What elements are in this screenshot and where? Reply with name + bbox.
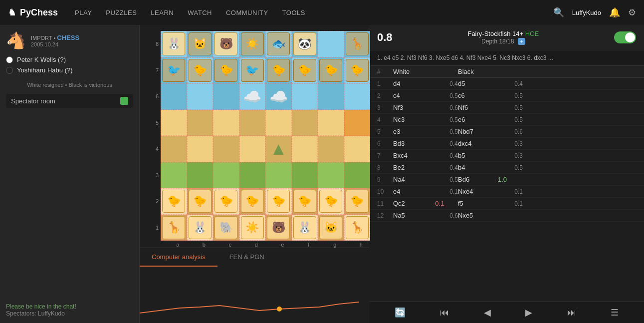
cell-d8[interactable]: ☀️	[239, 31, 266, 57]
row-black-move[interactable]: e6	[458, 116, 498, 123]
row-black-move[interactable]: b5	[458, 152, 498, 159]
menu-btn[interactable]: ☰	[611, 307, 619, 318]
search-icon[interactable]: 🔍	[553, 7, 564, 18]
cell-c6[interactable]	[213, 83, 239, 110]
row-black-move[interactable]: b4	[458, 164, 498, 171]
cell-b3[interactable]	[187, 162, 214, 189]
row-black-move[interactable]: Nf6	[458, 104, 498, 111]
cell-a4[interactable]	[161, 136, 187, 162]
cell-e2[interactable]: 🐤	[265, 188, 292, 215]
cell-b1[interactable]: 🐰	[187, 215, 214, 241]
cell-c2[interactable]: 🐤	[213, 188, 239, 215]
cell-c5[interactable]	[213, 110, 239, 136]
row-white-move[interactable]: e3	[393, 128, 433, 135]
cell-c4[interactable]	[213, 136, 239, 162]
row-black-move[interactable]: c6	[458, 92, 498, 99]
row-white-move[interactable]: c4	[393, 92, 433, 99]
cell-b7[interactable]: 🐤	[187, 57, 214, 84]
cell-a8[interactable]: 🐰	[161, 31, 187, 57]
tab-fen-pgn[interactable]: FEN & PGN	[217, 248, 276, 267]
gear-icon[interactable]: ⚙	[628, 7, 636, 18]
table-row[interactable]: 8 Be2 0.4 b4 0.5	[369, 162, 644, 174]
cell-e1[interactable]: 🐻	[265, 215, 292, 241]
row-white-move[interactable]: d4	[393, 80, 433, 87]
nav-puzzles[interactable]: PUZZLES	[105, 7, 138, 18]
cell-d6[interactable]: ☁️	[239, 83, 266, 110]
row-white-move[interactable]: Nf3	[393, 104, 433, 111]
last-btn[interactable]: ⏭	[567, 308, 576, 318]
table-row[interactable]: 9 Na4 0.5 Bd6 1.0	[369, 174, 644, 186]
table-row[interactable]: 12 Na5 0.6 Nxe5	[369, 210, 644, 222]
cell-g2[interactable]: 🐤	[318, 188, 344, 215]
row-black-move[interactable]: Nxe5	[458, 212, 498, 219]
cell-e4[interactable]: ▲	[265, 136, 292, 162]
cell-d3[interactable]	[239, 162, 266, 189]
cell-d7[interactable]: 🐦	[239, 57, 266, 84]
cell-f7[interactable]: 🐤	[292, 57, 318, 84]
table-row[interactable]: 2 c4 0.5 c6 0.5	[369, 90, 644, 102]
cell-f6[interactable]	[292, 83, 318, 110]
nav-tools[interactable]: TOOLS	[281, 7, 306, 18]
cell-e3[interactable]	[265, 162, 292, 189]
cell-b6[interactable]	[187, 83, 214, 110]
tab-computer-analysis[interactable]: Computer analysis	[140, 248, 217, 267]
cell-b2[interactable]: 🐤	[187, 188, 214, 215]
cell-c7[interactable]: 🐤	[213, 57, 239, 84]
refresh-btn[interactable]: 🔄	[395, 307, 406, 318]
table-row[interactable]: 7 Bxc4 0.4 b5 0.3	[369, 150, 644, 162]
table-row[interactable]: 6 Bd3 0.4 dxc4 0.3	[369, 138, 644, 150]
bell-icon[interactable]: 🔔	[609, 7, 620, 18]
row-white-move[interactable]: Bd3	[393, 140, 433, 147]
cell-b8[interactable]: 🐱	[187, 31, 214, 57]
table-row[interactable]: 5 e3 0.5 Nbd7 0.6	[369, 126, 644, 138]
nav-learn[interactable]: LEARN	[150, 7, 175, 18]
cell-e5[interactable]	[265, 110, 292, 136]
cell-e8[interactable]: 🐟	[265, 31, 292, 57]
cell-a1[interactable]: 🦒	[161, 215, 187, 241]
row-black-move[interactable]: Bd6	[458, 176, 498, 183]
table-row[interactable]: 1 d4 0.4 d5 0.4	[369, 78, 644, 90]
row-black-move[interactable]: Nxe4	[458, 188, 498, 195]
cell-a2[interactable]: 🐤	[161, 188, 187, 215]
cell-g5[interactable]	[318, 110, 344, 136]
cell-d1[interactable]: ☀️	[239, 215, 266, 241]
cell-h6[interactable]	[344, 83, 371, 110]
row-white-move[interactable]: Qc2	[393, 200, 433, 207]
row-white-move[interactable]: Na5	[393, 212, 433, 219]
row-black-move[interactable]: f5	[458, 200, 498, 207]
cell-g6[interactable]	[318, 83, 344, 110]
import-chess[interactable]: CHESS	[57, 34, 79, 41]
cell-g3[interactable]	[318, 162, 344, 189]
cell-a7[interactable]: 🐦	[161, 57, 187, 84]
cell-f8[interactable]: 🐼	[292, 31, 318, 57]
row-white-move[interactable]: e4	[393, 188, 433, 195]
cell-h1[interactable]: 🦒	[344, 215, 371, 241]
cell-d4[interactable]	[239, 136, 266, 162]
cell-f5[interactable]	[292, 110, 318, 136]
table-row[interactable]: 11 Qc2 -0.1 f5 0.1	[369, 198, 644, 210]
row-black-move[interactable]: dxc4	[458, 140, 498, 147]
table-row[interactable]: 4 Nc3 0.5 e6 0.5	[369, 114, 644, 126]
prev-btn[interactable]: ◀	[484, 307, 491, 318]
table-row[interactable]: 3 Nf3 0.6 Nf6 0.5	[369, 102, 644, 114]
cell-a3[interactable]	[161, 162, 187, 189]
row-black-move[interactable]: d5	[458, 80, 498, 87]
cell-h3[interactable]	[344, 162, 371, 189]
cell-a6[interactable]	[161, 83, 187, 110]
cell-c3[interactable]	[213, 162, 239, 189]
cell-h2[interactable]: 🐤	[344, 188, 371, 215]
cell-e7[interactable]: 🐤	[265, 57, 292, 84]
cell-h5[interactable]	[344, 110, 371, 136]
username[interactable]: LuffyKudo	[572, 9, 601, 16]
cell-g7[interactable]: 🐤	[318, 57, 344, 84]
row-white-move[interactable]: Bxc4	[393, 152, 433, 159]
cell-h4[interactable]	[344, 136, 371, 162]
engine-toggle[interactable]	[614, 31, 636, 43]
cell-d5[interactable]	[239, 110, 266, 136]
cell-e6[interactable]: ☁️	[265, 83, 292, 110]
cell-c8[interactable]: 🐻	[213, 31, 239, 57]
row-black-move[interactable]: Nbd7	[458, 128, 498, 135]
row-white-move[interactable]: Be2	[393, 164, 433, 171]
cell-d2[interactable]: 🐤	[239, 188, 266, 215]
cell-h8[interactable]: 🦒	[344, 31, 371, 57]
